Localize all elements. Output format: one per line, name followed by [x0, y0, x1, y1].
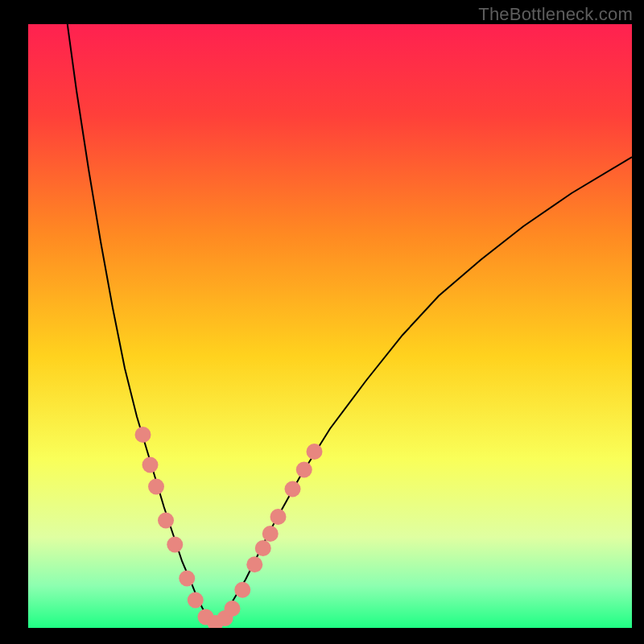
marker-dot [225, 601, 241, 617]
marker-dot [234, 582, 250, 598]
marker-dot [262, 526, 279, 542]
marker-dot [296, 462, 312, 478]
marker-dot [255, 540, 271, 556]
marker-dot [188, 592, 204, 609]
marker-dot [270, 509, 287, 525]
marker-dot [285, 481, 301, 497]
chart-frame: TheBottleneck.com [0, 0, 644, 644]
bottleneck-chart [28, 24, 632, 628]
gradient-background [28, 24, 632, 628]
marker-dot [179, 571, 195, 587]
marker-dot [142, 457, 159, 473]
marker-dot [135, 427, 151, 443]
watermark-text: TheBottleneck.com [478, 4, 633, 25]
marker-dot [307, 444, 323, 460]
marker-dot [158, 513, 174, 529]
marker-dot [148, 479, 164, 495]
marker-dot [246, 556, 262, 572]
marker-dot [167, 537, 183, 553]
chart-svg [28, 24, 632, 628]
